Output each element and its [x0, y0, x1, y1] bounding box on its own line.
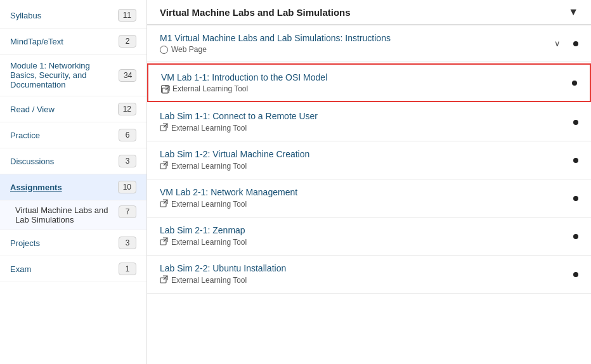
status-dot: [573, 272, 578, 277]
sidebar-item-discussions-label: Discussions: [10, 157, 54, 166]
sidebar-item-mindtap-badge: 2: [119, 35, 136, 48]
sidebar-item-syllabus-label: Syllabus: [10, 11, 41, 20]
list-item: Lab Sim 2-1: Zenmap External Learning To…: [147, 218, 591, 256]
sidebar-item-discussions[interactable]: Discussions 3: [0, 148, 146, 174]
svg-rect-2: [160, 126, 166, 131]
collapse-icon[interactable]: ▼: [568, 6, 578, 18]
list-item-content: Lab Sim 1-1: Connect to a Remote User Ex…: [160, 111, 573, 133]
sidebar-item-projects-label: Projects: [10, 238, 40, 248]
content-item-type: External Learning Tool: [171, 162, 247, 171]
sidebar-item-exam-badge: 1: [119, 263, 136, 275]
sidebar-item-module1[interactable]: Module 1: Networking Basics, Security, a…: [0, 55, 146, 96]
content-item-right: [573, 120, 578, 125]
status-dot: [573, 41, 578, 46]
sidebar-item-syllabus[interactable]: Syllabus 11: [0, 3, 146, 29]
content-item-title[interactable]: VM Lab 2-1: Network Management: [160, 187, 573, 197]
sidebar-item-module1-label: Module 1: Networking Basics, Security, a…: [10, 61, 119, 89]
sidebar-item-discussions-badge: 3: [119, 155, 136, 167]
content-item-subtitle: External Learning Tool: [160, 237, 573, 247]
list-item-content: VM Lab 1-1: Introduction to the OSI Mode…: [161, 72, 572, 93]
content-item-type: External Learning Tool: [172, 84, 248, 93]
status-dot: [573, 196, 578, 201]
svg-rect-4: [160, 164, 166, 169]
status-dot: [573, 120, 578, 125]
content-item-type: External Learning Tool: [171, 124, 247, 133]
external-tool-icon: [160, 123, 168, 133]
content-item-subtitle: External Learning Tool: [160, 199, 573, 209]
list-item: Lab Sim 2-2: Ubuntu Installation Externa…: [147, 256, 591, 294]
content-item-right: [573, 272, 578, 277]
list-item: M1 Virtual Machine Labs and Lab Simulati…: [147, 25, 591, 62]
content-list: M1 Virtual Machine Labs and Lab Simulati…: [147, 25, 591, 294]
list-item: Lab Sim 1-2: Virtual Machine Creation Ex…: [147, 141, 591, 179]
sidebar-item-assignments[interactable]: Assignments 10: [0, 174, 146, 200]
sidebar: Syllabus 11 MindTap/eText 2 Module 1: Ne…: [0, 0, 147, 364]
content-item-right: [573, 234, 578, 239]
sidebar-item-mindtap-label: MindTap/eText: [10, 37, 63, 46]
sidebar-item-vmlabs-label: Virtual Machine Labs and Lab Simulations: [15, 205, 119, 224]
sidebar-item-vmlabs[interactable]: Virtual Machine Labs and Lab Simulations…: [0, 200, 146, 230]
svg-rect-0: [162, 88, 168, 93]
content-item-title[interactable]: Lab Sim 1-1: Connect to a Remote User: [160, 111, 573, 121]
content-item-title[interactable]: Lab Sim 2-1: Zenmap: [160, 225, 573, 235]
content-item-type: Web Page: [171, 45, 207, 54]
sidebar-item-vmlabs-badge: 7: [119, 205, 136, 218]
content-item-right: [572, 81, 577, 86]
sidebar-item-readview-label: Read / View: [10, 105, 55, 114]
content-item-type: External Learning Tool: [171, 200, 247, 209]
sidebar-item-assignments-label: Assignments: [10, 183, 62, 192]
content-item-title[interactable]: Lab Sim 1-2: Virtual Machine Creation: [160, 149, 573, 159]
external-tool-icon: [160, 161, 168, 171]
sidebar-item-assignments-badge: 10: [118, 181, 136, 193]
content-item-subtitle: External Learning Tool: [161, 84, 572, 93]
content-item-subtitle: External Learning Tool: [160, 161, 573, 171]
sidebar-item-projects-badge: 3: [119, 237, 136, 249]
section-title: Virtual Machine Labs and Lab Simulations: [160, 7, 351, 18]
content-item-subtitle: Web Page: [160, 45, 542, 54]
main-content: Virtual Machine Labs and Lab Simulations…: [147, 0, 591, 364]
list-item: VM Lab 1-1: Introduction to the OSI Mode…: [147, 63, 591, 102]
sidebar-item-readview[interactable]: Read / View 12: [0, 96, 146, 122]
status-dot: [573, 234, 578, 239]
sidebar-item-exam[interactable]: Exam 1: [0, 256, 146, 282]
sidebar-item-practice-badge: 6: [119, 129, 136, 141]
content-item-type: External Learning Tool: [171, 276, 247, 285]
list-item-content: Lab Sim 1-2: Virtual Machine Creation Ex…: [160, 149, 573, 171]
status-dot: [573, 158, 578, 163]
content-item-right: [573, 196, 578, 201]
list-item-content: M1 Virtual Machine Labs and Lab Simulati…: [160, 33, 542, 54]
content-item-right: [573, 158, 578, 163]
svg-rect-10: [160, 278, 166, 283]
section-header: Virtual Machine Labs and Lab Simulations…: [147, 0, 591, 25]
sidebar-item-practice[interactable]: Practice 6: [0, 122, 146, 148]
expand-chevron-icon[interactable]: ∨: [554, 39, 561, 48]
list-item: VM Lab 2-1: Network Management External …: [147, 179, 591, 218]
svg-rect-8: [160, 240, 166, 245]
sidebar-item-projects[interactable]: Projects 3: [0, 230, 146, 256]
content-item-type: External Learning Tool: [171, 238, 247, 247]
external-tool-icon: [160, 237, 168, 247]
sidebar-item-syllabus-badge: 11: [118, 9, 136, 22]
webpage-icon: [160, 46, 168, 54]
content-item-title[interactable]: M1 Virtual Machine Labs and Lab Simulati…: [160, 33, 542, 43]
list-item-content: Lab Sim 2-2: Ubuntu Installation Externa…: [160, 263, 573, 285]
list-item: Lab Sim 1-1: Connect to a Remote User Ex…: [147, 103, 591, 141]
external-tool-icon: [160, 275, 168, 285]
content-item-title[interactable]: Lab Sim 2-2: Ubuntu Installation: [160, 263, 573, 273]
sidebar-item-practice-label: Practice: [10, 131, 40, 140]
external-tool-icon: [161, 85, 169, 93]
content-item-subtitle: External Learning Tool: [160, 123, 573, 133]
sidebar-item-mindtap[interactable]: MindTap/eText 2: [0, 29, 146, 55]
list-item-content: VM Lab 2-1: Network Management External …: [160, 187, 573, 209]
sidebar-item-exam-label: Exam: [10, 264, 31, 274]
list-item-content: Lab Sim 2-1: Zenmap External Learning To…: [160, 225, 573, 247]
svg-rect-6: [160, 202, 166, 207]
content-item-subtitle: External Learning Tool: [160, 275, 573, 285]
content-item-title[interactable]: VM Lab 1-1: Introduction to the OSI Mode…: [161, 72, 572, 82]
external-tool-icon: [160, 199, 168, 209]
sidebar-item-readview-badge: 12: [118, 103, 136, 115]
status-dot: [572, 81, 577, 86]
sidebar-item-module1-badge: 34: [119, 69, 136, 82]
